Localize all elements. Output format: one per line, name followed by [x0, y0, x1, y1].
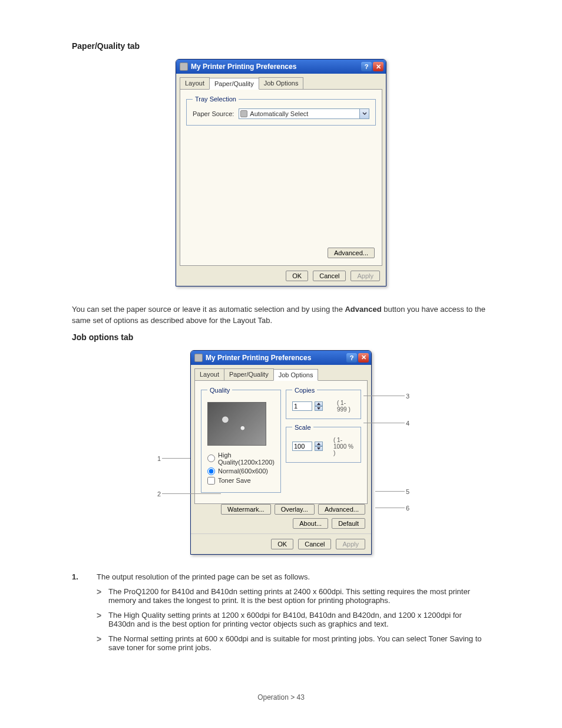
- section-heading-job-options: Job options tab: [72, 332, 490, 342]
- scale-input[interactable]: [292, 442, 312, 451]
- titlebar: My Printer Printing Preferences ? ✕: [191, 351, 371, 365]
- close-button[interactable]: ✕: [358, 353, 369, 363]
- apply-button[interactable]: Apply: [351, 271, 380, 281]
- titlebar: My Printer Printing Preferences ? ✕: [176, 60, 386, 74]
- dialog-buttons: OK Cancel Apply: [176, 266, 386, 286]
- paragraph-pq-desc: You can set the paper source or leave it…: [72, 304, 490, 327]
- radio-high-quality[interactable]: High Quality(1200x1200): [207, 452, 275, 466]
- item-intro: The output resolution of the printed pag…: [97, 572, 310, 581]
- callout-6: 6: [406, 505, 409, 512]
- bullet-list: The ProQ1200 for B410d and B410dn settin…: [97, 587, 490, 652]
- radio-normal[interactable]: Normal(600x600): [207, 467, 275, 475]
- dialog-buttons: OK Cancel Apply: [191, 533, 371, 554]
- section-heading-paper-quality: Paper/Quality tab: [72, 41, 490, 51]
- group-tray-selection: Tray Selection Paper Source: Automatical…: [186, 95, 376, 126]
- ok-button[interactable]: OK: [286, 271, 308, 281]
- window-title: My Printer Printing Preferences: [191, 62, 296, 71]
- watermark-button[interactable]: Watermark...: [221, 504, 271, 515]
- group-legend-quality: Quality: [207, 387, 232, 394]
- label-paper-source: Paper Source:: [193, 110, 234, 117]
- tab-layout[interactable]: Layout: [194, 368, 224, 380]
- help-button[interactable]: ?: [361, 62, 372, 71]
- page-footer: Operation > 43: [72, 693, 490, 701]
- combo-paper-source[interactable]: Automatically Select: [239, 108, 369, 119]
- close-button[interactable]: ✕: [373, 62, 384, 71]
- bullet-1: The ProQ1200 for B410d and B410dn settin…: [97, 587, 490, 605]
- scale-range: ( 1-1000 % ): [333, 437, 355, 456]
- callout-1: 1: [157, 455, 161, 462]
- window-title: My Printer Printing Preferences: [206, 354, 311, 362]
- cancel-button[interactable]: Cancel: [298, 539, 331, 549]
- default-button[interactable]: Default: [332, 518, 365, 529]
- numbered-list: 1. The output resolution of the printed …: [72, 572, 490, 658]
- group-copies: Copies ( 1-999 ): [286, 387, 361, 419]
- bullet-2: The High Quality setting prints at 1200 …: [97, 611, 490, 628]
- tabstrip: Layout Paper/Quality Job Options: [191, 365, 371, 380]
- advanced-button[interactable]: Advanced...: [318, 504, 365, 515]
- combo-paper-source-value: Automatically Select: [247, 110, 359, 117]
- tab-job-options[interactable]: Job Options: [259, 77, 304, 89]
- group-scale: Scale ( 1-1000 % ): [286, 424, 361, 463]
- help-button[interactable]: ?: [346, 353, 357, 363]
- list-item-1: 1. The output resolution of the printed …: [72, 572, 490, 658]
- callout-2: 2: [157, 490, 161, 498]
- printer-icon: [194, 354, 203, 362]
- tab-paper-quality[interactable]: Paper/Quality: [224, 368, 274, 380]
- printer-icon: [180, 62, 188, 71]
- copies-spinner[interactable]: [315, 401, 323, 411]
- quality-preview-image: [207, 402, 266, 446]
- check-toner-save[interactable]: Toner Save: [207, 477, 275, 485]
- scale-spinner[interactable]: [315, 442, 323, 451]
- item-number: 1.: [72, 572, 97, 658]
- copies-range: ( 1-999 ): [337, 400, 355, 413]
- apply-button[interactable]: Apply: [336, 539, 365, 549]
- group-quality: Quality High Quality(1200x1200) Normal(6…: [201, 387, 281, 493]
- group-legend-scale: Scale: [292, 424, 313, 431]
- cancel-button[interactable]: Cancel: [313, 271, 346, 281]
- overlay-button[interactable]: Overlay...: [275, 504, 315, 515]
- tabstrip: Layout Paper/Quality Job Options: [176, 74, 386, 89]
- group-legend-tray: Tray Selection: [193, 95, 239, 103]
- chevron-down-icon[interactable]: [359, 109, 369, 118]
- advanced-button[interactable]: Advanced...: [328, 248, 375, 258]
- combo-icon: [240, 110, 247, 117]
- tab-job-options[interactable]: Job Options: [273, 369, 319, 381]
- tab-paper-quality[interactable]: Paper/Quality: [209, 78, 259, 90]
- about-button[interactable]: About...: [293, 518, 328, 529]
- tab-layout[interactable]: Layout: [180, 77, 210, 89]
- callout-3: 3: [406, 393, 409, 400]
- copies-input[interactable]: [292, 401, 312, 411]
- dialog-printing-preferences-pq: My Printer Printing Preferences ? ✕ Layo…: [176, 59, 386, 286]
- callout-5: 5: [406, 488, 409, 495]
- bullet-3: The Normal setting prints at 600 x 600dp…: [97, 634, 490, 652]
- ok-button[interactable]: OK: [271, 539, 293, 549]
- callout-4: 4: [406, 420, 409, 427]
- dialog-printing-preferences-job: My Printer Printing Preferences ? ✕ Layo…: [190, 350, 372, 555]
- group-legend-copies: Copies: [292, 387, 317, 394]
